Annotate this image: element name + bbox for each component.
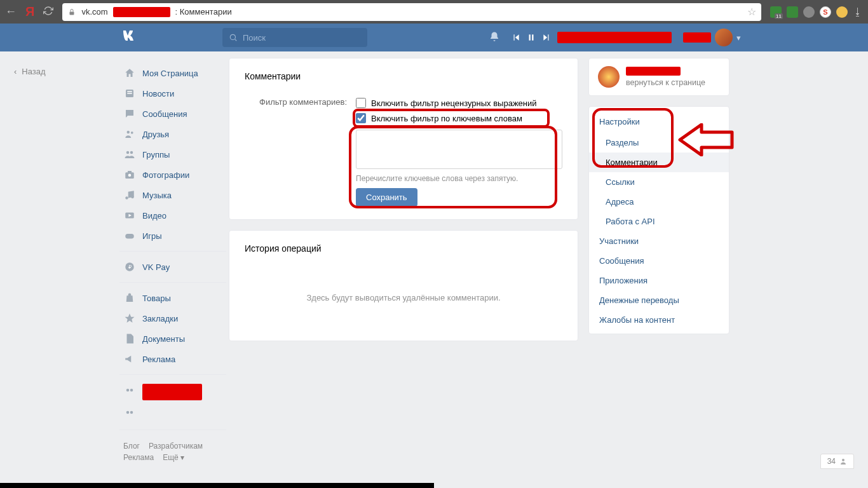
player-prev-icon[interactable]: [512, 33, 520, 42]
chevron-down-icon: ▾: [736, 33, 741, 43]
vk-topbar: Поиск ▾: [0, 24, 868, 51]
extension-s-icon[interactable]: S: [820, 6, 831, 18]
redacted-user-name: [683, 32, 711, 43]
nav-news[interactable]: Новости: [119, 83, 226, 104]
download-arrow-icon[interactable]: ⭳: [853, 6, 863, 18]
nav-video[interactable]: Видео: [119, 205, 226, 226]
redacted-community-name: [626, 67, 681, 76]
menu-members[interactable]: Участники: [589, 231, 729, 251]
return-to-page-link[interactable]: вернуться к странице: [626, 78, 705, 87]
svg-point-12: [128, 174, 132, 177]
footer-blog[interactable]: Блог: [123, 442, 140, 451]
menu-addresses[interactable]: Адреса: [589, 192, 729, 212]
search-input[interactable]: Поиск: [222, 28, 367, 47]
settings-menu-head[interactable]: Настройки: [589, 113, 729, 133]
extension-orange-icon[interactable]: [836, 6, 848, 18]
friends-icon: [123, 128, 136, 140]
menu-messages[interactable]: Сообщения: [589, 251, 729, 271]
svg-rect-0: [70, 11, 74, 15]
nav-community-1[interactable]: [119, 380, 226, 404]
keyword-filter-checkbox[interactable]: [356, 113, 366, 123]
news-icon: [123, 87, 136, 100]
star-icon: [123, 312, 136, 325]
svg-point-15: [131, 196, 134, 199]
document-icon: [123, 332, 136, 345]
nav-vkpay[interactable]: ₽VK Pay: [119, 257, 226, 277]
player-next-icon[interactable]: [542, 33, 551, 42]
nav-my-page[interactable]: Моя Страница: [119, 63, 226, 83]
save-button[interactable]: Сохранить: [356, 188, 417, 207]
pay-icon: ₽: [123, 261, 136, 273]
video-icon: [123, 209, 136, 222]
notifications-bell-icon[interactable]: [489, 31, 500, 44]
nav-music[interactable]: Музыка: [119, 185, 226, 205]
bottom-bar: [0, 483, 434, 488]
search-icon: [229, 33, 238, 42]
browser-chrome: ← Я vk.com : Комментарии ☆ 11 S ⭳: [0, 0, 868, 24]
nav-messages[interactable]: Сообщения: [119, 104, 226, 124]
menu-reports[interactable]: Жалобы на контент: [589, 310, 729, 330]
svg-point-8: [131, 132, 133, 134]
nav-bookmarks[interactable]: Закладки: [119, 308, 226, 329]
keywords-hint: Перечислите ключевые слова через запятую…: [356, 174, 562, 183]
bookmark-star-icon[interactable]: ☆: [747, 6, 756, 18]
svg-point-7: [127, 131, 130, 134]
community-icon: [123, 408, 136, 421]
footer-more[interactable]: Ещё ▾: [163, 453, 184, 462]
player-pause-icon[interactable]: [527, 33, 536, 42]
nav-community-2[interactable]: [119, 404, 226, 424]
online-count: 34: [827, 457, 836, 466]
footer-ads[interactable]: Реклама: [123, 453, 154, 462]
redacted-track-title: [557, 32, 672, 43]
user-avatar: [715, 29, 733, 46]
svg-rect-17: [125, 234, 134, 239]
svg-text:₽: ₽: [128, 264, 132, 270]
footer-developers[interactable]: Разработчикам: [149, 442, 203, 451]
profanity-filter-checkbox[interactable]: [356, 98, 366, 108]
reload-icon[interactable]: [43, 6, 53, 18]
svg-rect-13: [128, 171, 132, 173]
menu-links[interactable]: Ссылки: [589, 172, 729, 192]
filter-label: Фильтр комментариев:: [245, 95, 356, 107]
menu-sections[interactable]: Разделы: [589, 133, 729, 152]
profanity-filter-label: Включить фильтр нецензурных выражений: [371, 98, 537, 108]
keyword-filter-label: Включить фильтр по ключевым словам: [371, 114, 522, 123]
svg-point-23: [130, 411, 133, 414]
person-icon: [839, 458, 847, 465]
extension-globe-icon[interactable]: [803, 6, 815, 18]
community-header-card[interactable]: вернуться к странице: [588, 58, 729, 96]
vk-logo[interactable]: [122, 29, 140, 46]
back-link[interactable]: ‹ Назад: [14, 67, 113, 76]
back-arrow-icon[interactable]: ←: [5, 5, 17, 18]
svg-rect-6: [127, 93, 132, 94]
nav-photos[interactable]: Фотографии: [119, 165, 226, 185]
search-placeholder: Поиск: [243, 33, 266, 43]
menu-api[interactable]: Работа с API: [589, 212, 729, 231]
nav-documents[interactable]: Документы: [119, 329, 226, 349]
home-icon: [123, 67, 136, 79]
address-bar[interactable]: vk.com : Комментарии ☆: [62, 3, 761, 21]
camera-icon: [123, 168, 136, 181]
megaphone-icon: [123, 353, 136, 365]
extension-download-icon[interactable]: [787, 6, 798, 18]
extension-shield-icon[interactable]: 11: [770, 6, 782, 18]
nav-friends[interactable]: Друзья: [119, 124, 226, 144]
menu-money[interactable]: Денежные переводы: [589, 290, 729, 310]
online-count-widget[interactable]: 34: [820, 454, 854, 469]
nav-market[interactable]: Товары: [119, 288, 226, 308]
user-menu[interactable]: ▾: [683, 29, 741, 46]
community-icon: [123, 386, 136, 398]
svg-point-10: [130, 151, 133, 154]
nav-groups[interactable]: Группы: [119, 144, 226, 165]
menu-apps[interactable]: Приложения: [589, 271, 729, 290]
yandex-logo-icon[interactable]: Я: [25, 4, 34, 19]
page-title-suffix: : Комментарии: [175, 7, 232, 17]
keywords-textarea[interactable]: [356, 130, 562, 169]
svg-point-21: [130, 389, 133, 392]
back-label: Назад: [22, 67, 45, 76]
nav-games[interactable]: Игры: [119, 226, 226, 246]
left-navigation: Моя Страница Новости Сообщения Друзья Гр…: [119, 58, 226, 468]
nav-ads[interactable]: Реклама: [119, 349, 226, 369]
svg-point-22: [126, 411, 130, 414]
menu-comments[interactable]: Комментарии: [589, 152, 729, 172]
